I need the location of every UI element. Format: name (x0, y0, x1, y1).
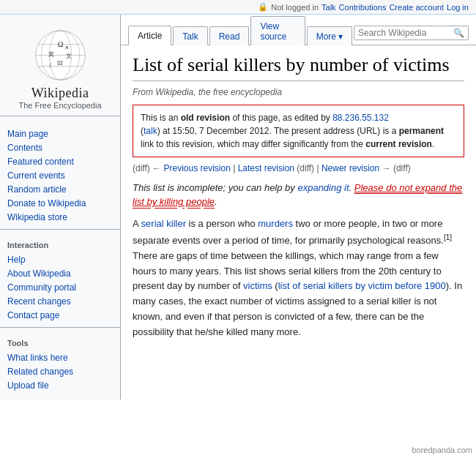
sidebar-item-help[interactable]: Help (7, 252, 120, 266)
revision-text-pre: This is an (141, 113, 181, 123)
paragraph1: A serial killer is a person who murders … (133, 217, 464, 340)
old-revision-bold: old revision (181, 113, 230, 123)
revision-box: This is an old revision of this page, as… (133, 105, 464, 157)
tools-title: Tools (7, 339, 120, 348)
nav-section: Main page Contents Featured content Curr… (0, 122, 120, 225)
tab-bar: Article Talk Read View source More▾ 🔍 (121, 15, 476, 45)
newer-revision-link[interactable]: Newer revision (321, 163, 379, 173)
page-title: List of serial killers by number of vict… (133, 53, 464, 81)
italic-notice: This list is incomplete; you can help by… (133, 181, 464, 209)
tools-section: Tools What links here Related changes Up… (0, 331, 120, 394)
sidebar-item-donate[interactable]: Donate to Wikipedia (7, 196, 120, 210)
sidebar: Ω 英 文 Ш א ∫ Wikipedia The Free Encyclope… (0, 15, 121, 399)
lock-icon: 🔒 (258, 2, 268, 12)
ip-link[interactable]: 88.236.55.132 (332, 113, 389, 123)
talk-link[interactable]: Talk (321, 3, 336, 12)
main-content: List of serial killers by number of vict… (121, 45, 476, 352)
sidebar-item-about[interactable]: About Wikipedia (7, 266, 120, 280)
create-account-link[interactable]: Create account (389, 3, 444, 12)
interaction-section: Interaction Help About Wikipedia Communi… (0, 233, 120, 323)
layout: Ω 英 文 Ш א ∫ Wikipedia The Free Encyclope… (0, 15, 476, 399)
search-input[interactable] (358, 28, 453, 38)
revision-nav: (diff) ← Previous revision | Latest revi… (133, 163, 464, 173)
sidebar-item-mainpage[interactable]: Main page (7, 127, 120, 140)
wikipedia-title: Wikipedia (31, 86, 89, 101)
svg-text:א: א (64, 45, 68, 50)
sidebar-divider2 (0, 327, 120, 328)
sidebar-item-contact[interactable]: Contact page (7, 308, 120, 322)
wikipedia-subtitle: The Free Encyclopedia (18, 101, 101, 110)
svg-text:英: 英 (48, 51, 54, 58)
revision-text-mid: of this page, as edited by (230, 113, 332, 123)
murders-link[interactable]: murders (258, 218, 293, 229)
sidebar-item-upload[interactable]: Upload file (7, 378, 120, 392)
interaction-title: Interaction (7, 241, 120, 249)
chevron-down-icon: ▾ (338, 31, 343, 42)
sidebar-item-store[interactable]: Wikipedia store (7, 210, 120, 224)
revision-text3: ) at 15:50, 7 December 2012. The present… (141, 126, 444, 149)
svg-text:Ш: Ш (57, 60, 63, 67)
prev-revision-link[interactable]: Previous revision (163, 163, 230, 173)
wikipedia-globe-icon: Ω 英 文 Ш א ∫ (33, 28, 88, 83)
tab-view-source[interactable]: View source (250, 16, 305, 45)
sidebar-item-contents[interactable]: Contents (7, 140, 120, 154)
not-logged-in: Not logged in (271, 3, 319, 12)
victims-before-1900-link[interactable]: list of serial killers by victim before … (278, 280, 446, 291)
serial-killer-link[interactable]: serial killer (141, 218, 186, 229)
tab-talk[interactable]: Talk (173, 26, 207, 45)
svg-text:Ω: Ω (57, 40, 63, 48)
search-box[interactable]: 🔍 (354, 26, 469, 40)
tab-more[interactable]: More▾ (307, 26, 352, 45)
sidebar-item-recent[interactable]: Recent changes (7, 294, 120, 308)
svg-text:文: 文 (66, 53, 72, 59)
logo: Ω 英 文 Ш א ∫ Wikipedia The Free Encyclope… (0, 20, 120, 116)
contributions-link[interactable]: Contributions (339, 3, 387, 12)
from-wikipedia: From Wikipedia, the free encyclopedia (133, 87, 464, 97)
sidebar-item-current-events[interactable]: Current events (7, 168, 120, 182)
content-area: Article Talk Read View source More▾ 🔍 Li… (121, 15, 476, 399)
body-text: A serial killer is a person who murders … (133, 217, 464, 340)
ref1: [1] (444, 233, 452, 241)
tabs: Article Talk Read View source More▾ (128, 15, 354, 45)
sidebar-item-random[interactable]: Random article (7, 182, 120, 196)
search-icon[interactable]: 🔍 (453, 28, 464, 38)
latest-revision-link[interactable]: Latest revision (238, 163, 294, 173)
sidebar-divider (0, 229, 120, 230)
victims-link[interactable]: victims (243, 280, 272, 291)
sidebar-item-whatlinks[interactable]: What links here (7, 350, 120, 364)
talk-ip-link[interactable]: talk (144, 126, 157, 136)
sidebar-item-community[interactable]: Community portal (7, 280, 120, 294)
tab-article[interactable]: Article (128, 26, 171, 45)
tab-read[interactable]: Read (209, 26, 250, 45)
log-in-link[interactable]: Log in (447, 3, 469, 12)
sidebar-item-featured[interactable]: Featured content (7, 154, 120, 168)
top-bar: 🔒 Not logged in Talk Contributions Creat… (0, 0, 476, 15)
expanding-link[interactable]: expanding it (297, 182, 349, 193)
sidebar-item-related[interactable]: Related changes (7, 364, 120, 378)
